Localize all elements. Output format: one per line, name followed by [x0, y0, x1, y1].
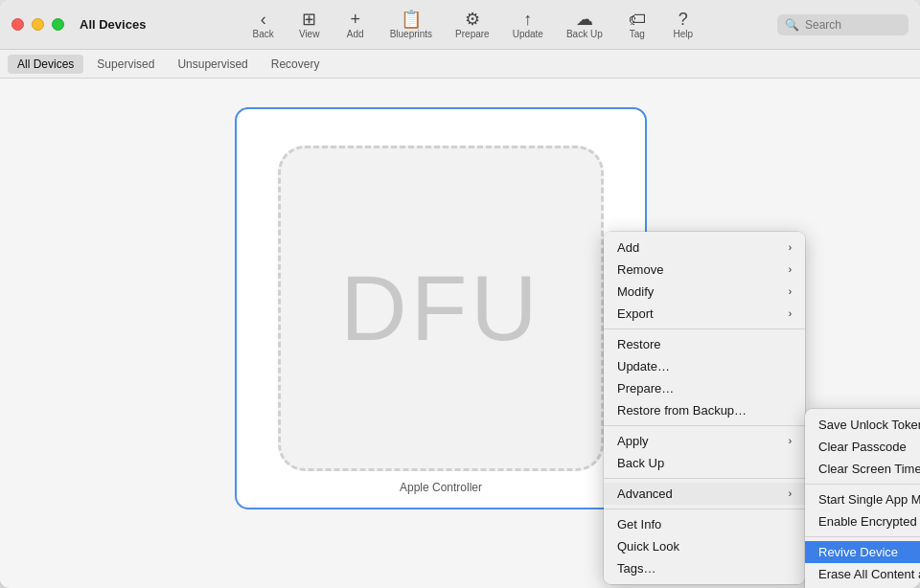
tab-unsupervised[interactable]: Unsupervised — [168, 55, 257, 74]
tab-recovery[interactable]: Recovery — [262, 55, 330, 74]
toolbar-backup[interactable]: ☁ Back Up — [555, 7, 614, 43]
submenu-item-clear-passcode[interactable]: Clear Passcode — [805, 436, 920, 458]
toolbar-add[interactable]: + Add — [333, 7, 379, 43]
submenu-item-revive-device[interactable]: Revive Device — [805, 541, 920, 563]
menu-arrow-advanced: › — [789, 488, 792, 499]
menu-item-modify-label: Modify — [617, 284, 654, 299]
search-box[interactable]: 🔍 — [777, 14, 908, 35]
blueprints-label: Blueprints — [390, 29, 432, 39]
menu-item-modify[interactable]: Modify › — [604, 281, 805, 303]
dfu-label: DFU — [340, 256, 540, 361]
toolbar-tag[interactable]: 🏷 Tag — [614, 7, 660, 43]
titlebar: All Devices ‹ Back ⊞ View + Add 📋 Bluepr… — [0, 0, 920, 50]
view-label: View — [299, 29, 320, 39]
context-menu: Add › Remove › Modify › Export › Restore… — [604, 232, 805, 584]
device-card[interactable]: DFU Apple Controller — [235, 107, 647, 509]
tag-icon: 🏷 — [629, 11, 646, 28]
menu-item-add-label: Add — [617, 240, 639, 255]
add-label: Add — [347, 29, 364, 39]
update-label: Update — [513, 29, 543, 39]
menu-item-apply-label: Apply — [617, 434, 649, 448]
backup-icon: ☁ — [576, 11, 593, 28]
menu-item-export[interactable]: Export › — [604, 303, 805, 325]
separator-4 — [604, 509, 805, 509]
menu-arrow-add: › — [789, 242, 792, 253]
update-icon: ↑ — [523, 11, 532, 28]
prepare-icon: ⚙ — [465, 11, 480, 28]
view-icon: ⊞ — [302, 11, 316, 28]
tabbar: All Devices Supervised Unsupervised Reco… — [0, 50, 920, 79]
device-dfu-display: DFU — [278, 146, 604, 471]
separator-3 — [604, 478, 805, 479]
main-content: DFU Apple Controller Add › Remove › Modi… — [0, 79, 920, 588]
submenu-item-erase-all-content-label: Erase All Content and Settings — [818, 567, 920, 581]
device-name-label: Apple Controller — [400, 481, 482, 494]
submenu-item-enable-encrypted-backups[interactable]: Enable Encrypted Backups… — [805, 510, 920, 532]
submenu-separator-2 — [805, 536, 920, 537]
help-icon: ? — [678, 11, 688, 28]
backup-label: Back Up — [566, 29, 603, 39]
menu-item-update[interactable]: Update… — [604, 355, 805, 377]
help-label: Help — [673, 29, 693, 39]
menu-item-advanced-label: Advanced — [617, 486, 673, 501]
submenu-item-save-unlock-token[interactable]: Save Unlock Token — [805, 414, 920, 436]
toolbar: ‹ Back ⊞ View + Add 📋 Blueprints ⚙ Prepa… — [169, 7, 777, 43]
window-title: All Devices — [80, 17, 146, 32]
traffic-lights — [12, 18, 64, 31]
toolbar-help[interactable]: ? Help — [660, 7, 706, 43]
menu-item-apply[interactable]: Apply › — [604, 430, 805, 452]
back-icon: ‹ — [261, 11, 266, 28]
menu-item-get-info[interactable]: Get Info — [604, 513, 805, 535]
main-window: All Devices ‹ Back ⊞ View + Add 📋 Bluepr… — [0, 0, 920, 588]
menu-item-export-label: Export — [617, 306, 654, 321]
submenu-item-clear-screen-time-passcode[interactable]: Clear Screen Time Passcode — [805, 458, 920, 480]
toolbar-prepare[interactable]: ⚙ Prepare — [444, 7, 501, 43]
menu-item-prepare-label: Prepare… — [617, 381, 674, 396]
prepare-label: Prepare — [455, 29, 490, 39]
menu-arrow-remove: › — [789, 264, 792, 275]
menu-item-prepare[interactable]: Prepare… — [604, 377, 805, 399]
submenu-item-clear-passcode-label: Clear Passcode — [818, 440, 907, 454]
menu-item-restore-backup-label: Restore from Backup… — [617, 403, 747, 418]
menu-item-tags[interactable]: Tags… — [604, 557, 805, 579]
menu-item-quick-look[interactable]: Quick Look — [604, 535, 805, 557]
submenu-advanced: Save Unlock Token Clear Passcode Clear S… — [805, 409, 920, 588]
menu-item-restore[interactable]: Restore — [604, 333, 805, 355]
separator-1 — [604, 328, 805, 329]
add-icon: + — [350, 11, 360, 28]
submenu-item-revive-device-label: Revive Device — [818, 545, 898, 559]
tag-label: Tag — [630, 29, 645, 39]
submenu-item-erase-all-content[interactable]: Erase All Content and Settings — [805, 563, 920, 585]
menu-item-backup-label: Back Up — [617, 456, 664, 470]
tab-all-devices[interactable]: All Devices — [8, 55, 83, 74]
close-button[interactable] — [12, 18, 24, 31]
toolbar-view[interactable]: ⊞ View — [287, 7, 333, 43]
tab-supervised[interactable]: Supervised — [87, 55, 164, 74]
submenu-item-save-unlock-token-label: Save Unlock Token — [818, 418, 920, 432]
submenu-item-start-single-app-mode[interactable]: Start Single App Mode… — [805, 488, 920, 510]
toolbar-update[interactable]: ↑ Update — [501, 7, 555, 43]
search-icon: 🔍 — [785, 18, 799, 32]
menu-item-remove[interactable]: Remove › — [604, 259, 805, 281]
menu-item-add[interactable]: Add › — [604, 237, 805, 259]
toolbar-back[interactable]: ‹ Back — [241, 7, 287, 43]
submenu-item-enable-encrypted-backups-label: Enable Encrypted Backups… — [818, 514, 920, 529]
menu-item-restore-backup[interactable]: Restore from Backup… — [604, 399, 805, 421]
fullscreen-button[interactable] — [52, 18, 64, 31]
separator-2 — [604, 425, 805, 426]
toolbar-blueprints[interactable]: 📋 Blueprints — [379, 7, 444, 43]
menu-item-tags-label: Tags… — [617, 561, 656, 576]
menu-item-quick-look-label: Quick Look — [617, 539, 679, 554]
search-input[interactable] — [805, 18, 901, 32]
menu-item-get-info-label: Get Info — [617, 517, 661, 531]
menu-item-advanced[interactable]: Advanced › — [604, 483, 805, 505]
menu-arrow-apply: › — [789, 436, 792, 446]
submenu-item-clear-screen-time-passcode-label: Clear Screen Time Passcode — [818, 462, 920, 476]
menu-arrow-modify: › — [789, 286, 792, 297]
blueprints-icon: 📋 — [401, 11, 422, 28]
minimize-button[interactable] — [32, 18, 44, 31]
menu-item-backup[interactable]: Back Up — [604, 452, 805, 474]
submenu-separator-1 — [805, 484, 920, 485]
menu-arrow-export: › — [789, 308, 792, 319]
submenu-item-start-single-app-mode-label: Start Single App Mode… — [818, 492, 920, 507]
